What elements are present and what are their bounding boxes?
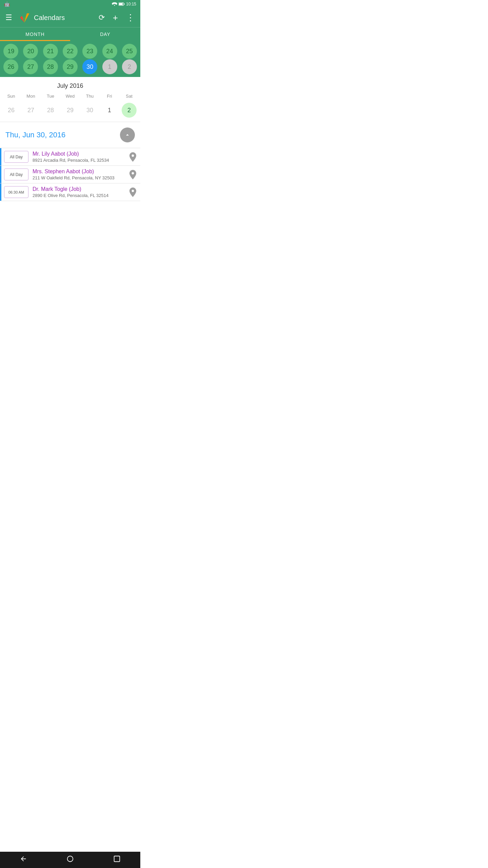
- weekday-wed: Wed: [60, 92, 80, 100]
- svg-rect-2: [124, 3, 124, 5]
- location-icon-3[interactable]: [127, 186, 136, 198]
- weekday-fri: Fri: [100, 92, 119, 100]
- weekday-sat: Sat: [119, 92, 139, 100]
- calendar-weekdays: Sun Mon Tue Wed Thu Fri Sat: [1, 92, 139, 100]
- prev-day-20[interactable]: 20: [23, 44, 38, 59]
- status-bar: 🤖 10:15: [0, 0, 140, 8]
- event-item-2[interactable]: All Day Mrs. Stephen Aabot (Job) 211 W O…: [0, 166, 140, 183]
- event-item-1[interactable]: All Day Mr. Lily Aabot (Job) 8921 Arcadi…: [0, 148, 140, 166]
- cal-day-1[interactable]: 1: [100, 101, 119, 119]
- top-bar: ☰ Calendars ⟳ + ⋮: [0, 8, 140, 27]
- event-item-3[interactable]: 06:30 AM Dr. Mark Togle (Job) 2890 E Oli…: [0, 183, 140, 201]
- prev-day-27[interactable]: 27: [23, 59, 38, 74]
- location-icon-1[interactable]: [127, 151, 136, 163]
- tabs: MONTH DAY: [0, 27, 140, 41]
- more-button[interactable]: ⋮: [123, 10, 138, 26]
- add-button[interactable]: +: [110, 10, 121, 26]
- status-bar-right: 10:15: [112, 2, 136, 6]
- event-details-2: Mrs. Stephen Aabot (Job) 211 W Oakfield …: [33, 169, 127, 180]
- main-calendar: July 2016 Sun Mon Tue Wed Thu Fri Sat 26…: [0, 77, 140, 122]
- event-address-1: 8921 Arcadia Rd, Pensacola, FL 32534: [33, 158, 127, 163]
- weekday-tue: Tue: [41, 92, 60, 100]
- svg-rect-3: [119, 3, 122, 5]
- cal-day-26-prev[interactable]: 26: [1, 101, 21, 119]
- selected-date-text: Thu, Jun 30, 2016: [5, 131, 65, 139]
- tab-month[interactable]: MONTH: [0, 27, 70, 41]
- prev-day-1-next[interactable]: 1: [102, 59, 117, 74]
- scroll-up-button[interactable]: [120, 127, 135, 142]
- app-title: Calendars: [34, 14, 93, 22]
- cal-day-30-prev[interactable]: 30: [80, 101, 100, 119]
- cal-day-29-prev[interactable]: 29: [60, 101, 80, 119]
- event-list: All Day Mr. Lily Aabot (Job) 8921 Arcadi…: [0, 148, 140, 201]
- cal-day-27-prev[interactable]: 27: [21, 101, 41, 119]
- weekday-sun: Sun: [1, 92, 21, 100]
- date-header: Thu, Jun 30, 2016: [0, 122, 140, 148]
- prev-day-30-selected[interactable]: 30: [82, 59, 97, 74]
- event-time-1: All Day: [4, 151, 28, 163]
- event-title-2: Mrs. Stephen Aabot (Job): [33, 169, 127, 175]
- prev-day-25[interactable]: 25: [122, 44, 137, 59]
- cal-day-28-prev[interactable]: 28: [41, 101, 60, 119]
- prev-day-28[interactable]: 28: [43, 59, 58, 74]
- wifi-icon: [112, 2, 117, 6]
- calendar-month-title: July 2016: [1, 82, 139, 90]
- prev-day-19[interactable]: 19: [3, 44, 18, 59]
- prev-month-calendar: 19 20 21 22 23 24 25 26 27 28 29 30 1 2: [0, 41, 140, 77]
- app-logo: [18, 11, 31, 24]
- prev-month-grid: 19 20 21 22 23 24 25 26 27 28 29 30 1 2: [1, 44, 139, 74]
- event-time-3: 06:30 AM: [4, 186, 28, 198]
- calendar-days: 26 27 28 29 30 1 2: [1, 101, 139, 119]
- prev-day-21[interactable]: 21: [43, 44, 58, 59]
- prev-day-22[interactable]: 22: [63, 44, 78, 59]
- location-icon-2[interactable]: [127, 169, 136, 180]
- status-time: 10:15: [126, 2, 136, 6]
- prev-day-2-next[interactable]: 2: [122, 59, 137, 74]
- event-title-3: Dr. Mark Togle (Job): [33, 186, 127, 192]
- status-bar-left: 🤖: [4, 1, 10, 7]
- refresh-button[interactable]: ⟳: [96, 11, 107, 25]
- prev-day-29[interactable]: 29: [63, 59, 78, 74]
- event-title-1: Mr. Lily Aabot (Job): [33, 151, 127, 157]
- battery-icon: [119, 2, 125, 6]
- prev-day-24[interactable]: 24: [102, 44, 117, 59]
- weekday-thu: Thu: [80, 92, 100, 100]
- tab-day[interactable]: DAY: [70, 27, 140, 41]
- event-details-1: Mr. Lily Aabot (Job) 8921 Arcadia Rd, Pe…: [33, 151, 127, 163]
- cal-day-2[interactable]: 2: [119, 101, 139, 119]
- event-details-3: Dr. Mark Togle (Job) 2890 E Olive Rd, Pe…: [33, 186, 127, 198]
- prev-day-23[interactable]: 23: [82, 44, 97, 59]
- menu-button[interactable]: ☰: [3, 11, 15, 25]
- prev-day-26[interactable]: 26: [3, 59, 18, 74]
- event-address-2: 211 W Oakfield Rd, Pensacola, NY 32503: [33, 175, 127, 180]
- android-system-icon: 🤖: [4, 1, 10, 7]
- event-address-3: 2890 E Olive Rd, Pensacola, FL 32514: [33, 193, 127, 198]
- chevron-up-icon: [124, 132, 131, 138]
- event-time-2: All Day: [4, 169, 28, 180]
- svg-point-0: [114, 5, 115, 6]
- weekday-mon: Mon: [21, 92, 41, 100]
